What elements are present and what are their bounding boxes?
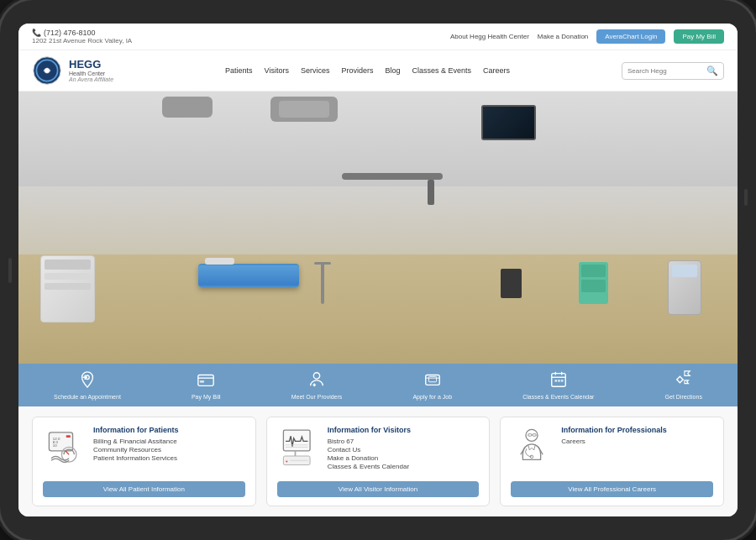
search-input[interactable] (627, 67, 703, 75)
appointment-icon (78, 370, 97, 391)
surgical-light-2 (162, 97, 213, 118)
svg-rect-21 (561, 380, 564, 382)
top-bar-right: About Hegg Health Center Make a Donation… (450, 29, 724, 44)
nav-patients[interactable]: Patients (225, 66, 253, 75)
info-card-visitors-inner: ♥ Information for Visitors Bistro 67 Con… (277, 426, 480, 471)
nav-providers[interactable]: Providers (341, 66, 373, 75)
providers-label: Meet Our Providers (291, 394, 343, 400)
tablet-volume-button (8, 258, 12, 283)
professionals-link-0[interactable]: Careers (561, 438, 713, 445)
visitors-icon: ♥ (277, 426, 319, 471)
view-visitors-button[interactable]: View All Visitor Information (277, 481, 480, 497)
svg-rect-39 (533, 434, 536, 437)
quick-links-bar: Schedule an Appointment Pay My Bill (18, 364, 738, 406)
professionals-icon (511, 426, 553, 471)
logo-sub-text: Health Center (69, 71, 113, 76)
tablet-power-button (744, 189, 748, 206)
equipment-mri (40, 255, 95, 322)
logo-area: HEGG Health Center An Avera Affiliate (32, 55, 113, 86)
info-card-patients-inner: 12.0 8.0 10 (43, 426, 245, 471)
info-card-professionals-inner: Information for Professionals Careers (511, 426, 713, 471)
nav-visitors[interactable]: Visitors (265, 66, 289, 75)
donate-link[interactable]: Make a Donation (538, 33, 588, 40)
job-label: Apply for a Job (412, 394, 452, 400)
patients-link-1[interactable]: Community Resources (93, 446, 245, 453)
visitors-link-1[interactable]: Contact Us (328, 446, 480, 453)
search-button[interactable]: 🔍 (706, 66, 718, 76)
logo-text-area: HEGG Health Center An Avera Affiliate (69, 59, 113, 82)
pay-label: Pay My Bill (192, 394, 221, 400)
surgical-light-1 (270, 97, 338, 122)
top-bar: 📞 (712) 476-8100 1202 21st Avenue Rock V… (18, 24, 738, 50)
svg-rect-26 (66, 435, 71, 438)
svg-rect-19 (554, 380, 557, 382)
info-card-patients-content: Information for Patients Billing & Finan… (93, 426, 245, 471)
logo-main-text: HEGG (69, 59, 113, 71)
nav-blog[interactable]: Blog (385, 66, 400, 75)
svg-text:10: 10 (53, 443, 57, 448)
quick-link-job[interactable]: Apply for a Job (412, 370, 452, 400)
anesthesia-machine (668, 260, 701, 315)
operating-room-image (18, 92, 738, 364)
info-card-visitors: ♥ Information for Visitors Bistro 67 Con… (266, 417, 491, 506)
nav-classes-events[interactable]: Classes & Events (412, 66, 471, 75)
svg-text:♥: ♥ (286, 459, 288, 464)
svg-rect-29 (283, 430, 310, 451)
info-card-patients: 12.0 8.0 10 (32, 417, 256, 506)
visitors-card-title: Information for Visitors (328, 426, 480, 434)
about-link[interactable]: About Hegg Health Center (450, 33, 529, 40)
pay-my-bill-button-top[interactable]: Pay My Bill (674, 29, 724, 44)
visitors-link-2[interactable]: Make a Donation (328, 454, 480, 462)
logo-icon (32, 55, 62, 86)
avera-chart-login-button[interactable]: AveraChart Login (596, 29, 665, 44)
nav-careers[interactable]: Careers (483, 66, 510, 75)
directions-label: Get Directions (665, 394, 702, 400)
svg-rect-20 (558, 380, 560, 382)
nav-links: Patients Visitors Services Providers Blo… (225, 66, 510, 75)
calendar-icon (549, 370, 568, 391)
operating-table (198, 264, 299, 287)
appointment-label: Schedule an Appointment (54, 394, 121, 400)
nav-services[interactable]: Services (301, 66, 330, 75)
quick-link-directions[interactable]: Get Directions (665, 370, 702, 400)
phone-icon: 📞 (32, 29, 41, 37)
chair (501, 269, 522, 298)
patients-icon: 12.0 8.0 10 (43, 426, 85, 471)
svg-rect-8 (200, 380, 205, 383)
quick-link-calendar[interactable]: Classes & Events Calendar (522, 370, 594, 400)
quick-link-appointment[interactable]: Schedule an Appointment (54, 370, 121, 400)
job-icon (423, 370, 442, 391)
professionals-card-title: Information for Professionals (561, 426, 713, 434)
patients-link-0[interactable]: Billing & Financial Assitance (93, 438, 245, 445)
view-patients-button[interactable]: View All Patient Information (43, 481, 245, 497)
svg-point-9 (313, 373, 319, 379)
providers-icon (307, 370, 326, 391)
info-card-professionals-content: Information for Professionals Careers (561, 426, 713, 471)
nav-bar: HEGG Health Center An Avera Affiliate Pa… (18, 50, 738, 92)
visitors-link-0[interactable]: Bistro 67 (328, 438, 480, 445)
patients-link-2[interactable]: Patient Information Services (93, 454, 245, 462)
search-box: 🔍 (622, 62, 724, 80)
view-professionals-button[interactable]: View All Professional Careers (511, 481, 713, 497)
tablet-screen: 📞 (712) 476-8100 1202 21st Avenue Rock V… (18, 24, 738, 516)
pay-icon (197, 370, 215, 391)
visitors-link-3[interactable]: Classes & Events Calendar (328, 463, 480, 470)
svg-rect-13 (428, 376, 436, 381)
phone-number: 📞 (712) 476-8100 (32, 29, 132, 37)
quick-link-providers[interactable]: Meet Our Providers (291, 370, 343, 400)
wall-monitor (481, 105, 536, 140)
address: 1202 21st Avenue Rock Valley, IA (32, 37, 132, 45)
tablet-frame: 📞 (712) 476-8100 1202 21st Avenue Rock V… (0, 0, 756, 540)
info-card-visitors-content: Information for Visitors Bistro 67 Conta… (328, 426, 480, 471)
surgical-arm (342, 173, 443, 180)
iv-stand (321, 262, 324, 304)
calendar-label: Classes & Events Calendar (522, 394, 594, 400)
floor (18, 254, 738, 364)
directions-icon (675, 370, 693, 391)
logo-affiliate-text: An Avera Affiliate (69, 76, 113, 82)
info-section: 12.0 8.0 10 (18, 406, 738, 516)
patients-card-title: Information for Patients (93, 426, 245, 434)
quick-link-pay[interactable]: Pay My Bill (192, 370, 221, 400)
info-card-professionals: Information for Professionals Careers Vi… (500, 417, 724, 506)
top-bar-contact: 📞 (712) 476-8100 1202 21st Avenue Rock V… (32, 29, 132, 45)
